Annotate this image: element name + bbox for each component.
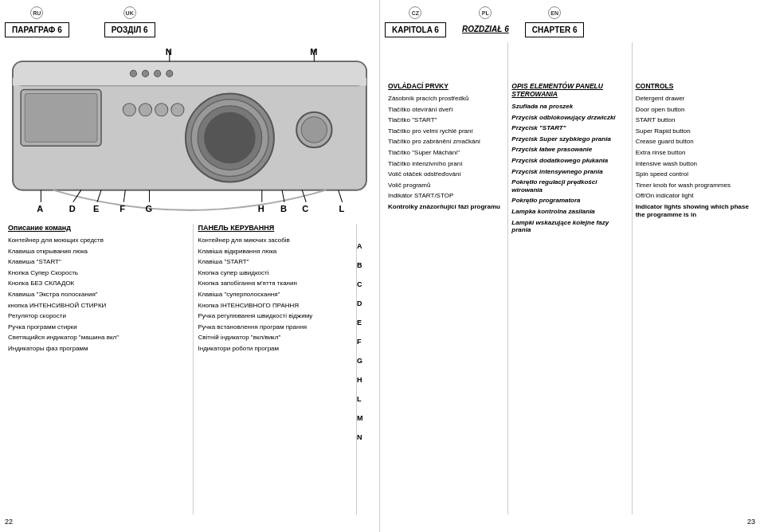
ctrl-item-ru-n: Индикаторы фаз программ [8,345,190,353]
cz-title: KAPITOLA 6 [385,22,446,37]
svg-text:E: E [93,204,99,213]
uk-item-n: Індикатори роботи програм [198,345,354,353]
cz-item-10: Kontrolky znázorňující fázi programu [388,203,504,211]
pl-item-8: Pokrętło programatora [511,197,628,205]
cz-item-0: Zásobník pracích prostředků [388,95,504,103]
uk-section: UK РОЗДІЛ 6 [104,6,155,37]
en-item-8: Timer knob for wash programmes [636,182,752,190]
ctrl-item-uk-b: Клавіша відкривання люка [198,248,354,256]
ctrl-item-uk-e: Кнопка запобігання м'яття тканин [198,280,354,288]
svg-point-12 [142,70,148,76]
uk-items-list: Контейнер для миючих засобів Клавіша від… [198,237,354,353]
uk-item-b: Клавіша відкривання люка [198,248,354,256]
cz-item-9: Indikátor START/STOP [388,192,504,200]
ru-item-d: Кнопка Супер Скорость [8,269,190,277]
svg-text:N: N [166,47,172,57]
pl-spacer [511,42,628,82]
letter-column: A B C D E F G H L M N [357,238,374,514]
svg-text:G: G [146,204,153,213]
right-page-num-area: 23 [385,514,755,526]
en-spacer [636,42,752,82]
cz-item-2: Tlačítko "START" [388,116,504,124]
ru-items-list: Контейнер для моющих средств Клавиша отк… [8,237,190,353]
pl-item-2: Przycisk "START" [511,124,628,132]
en-flag: EN [548,6,561,19]
en-item-0: Detergent drawer [636,95,752,103]
uk-title: РОЗДІЛ 6 [104,22,155,37]
svg-text:L: L [339,204,345,213]
ctrl-item-uk-l: Ручка встановлення програм прання [198,323,354,331]
ctrl-item-uk-d: Кнопка супер швидкості [198,269,354,277]
uk-item-a: Контейнер для миючих засобів [198,237,354,244]
cz-flag: CZ [409,6,421,19]
ctrl-item-uk-m: Світній індикатор "вкл/викл" [198,334,354,342]
en-section: EN CHAPTER 6 [525,6,585,37]
en-item-10: Indicator lights showing which phase the… [636,203,752,218]
pl-section: PL ROZDZIAŁ 6 [462,6,509,37]
svg-line-27 [97,190,101,202]
svg-text:D: D [69,204,76,213]
letter-H: H [357,372,374,388]
ctrl-item-uk-g: Кнопка ІНТЕНСИВНОГО ПРАННЯ [198,302,354,310]
ctrl-item-ru-b: Клавиша открывания люка [8,248,190,256]
left-page-number: 22 [5,518,13,526]
pl-item-9: Lampka kontrolna zasilania [511,208,628,216]
uk-flag: UK [123,6,136,19]
pl-item-6: Przycisk intensywnego prania [511,168,628,176]
en-item-1: Door open button [636,106,752,114]
pl-item-4: Przycisk łatwe prasowanie [511,146,628,154]
ctrl-item-ru-d: Кнопка Супер Скорость [8,269,190,277]
page: RU ПАРАГРАФ 6 UK РОЗДІЛ 6 [0,0,760,532]
ctrl-item-uk-c: Клавіша "START" [198,258,354,266]
ru-item-l: Ручка программ стирки [8,323,190,331]
pl-item-0: Szuflada na proszek [511,103,628,111]
pl-subtitle: OPIS ELEMENTÓW PANELU STEROWANIA [511,82,628,98]
ru-item-c: Клавиша "START" [8,258,190,266]
uk-item-d: Кнопка супер швидкості [198,269,354,277]
svg-point-18 [171,104,184,116]
machine-svg: N M A D E F G [5,42,374,217]
uk-item-g: Кнопка ІНТЕНСИВНОГО ПРАННЯ [198,302,354,310]
ru-controls-col: Описание команд Контейнер для моющих сре… [5,224,194,514]
cz-content-col: OVLÁDACÍ PRVKY Zásobník pracích prostřed… [385,42,508,514]
letter-A: A [357,238,374,254]
ru-item-a: Контейнер для моющих средств [8,237,190,244]
letter-C: C [357,276,374,292]
en-item-9: Off/On indicator light [636,192,752,200]
pl-item-1: Przycisk odblokowujący drzwiczki [511,114,628,122]
left-page-num-area: 22 [5,514,374,526]
svg-text:F: F [119,204,125,213]
right-page-number: 23 [747,518,755,526]
ctrl-item-uk-a: Контейнер для миючих засобів [198,237,354,244]
ctrl-item-uk-h: Ручка регулювання швидкості віджиму [198,312,354,320]
ctrl-item-ru-c: Клавиша "START" [8,258,190,266]
pl-item-7: Pokrętło regulacji prędkości wirowania [511,178,628,194]
svg-point-14 [166,70,173,76]
uk-item-c: Клавіша "START" [198,258,354,266]
cz-item-7: Volič otáček odstřeďování [388,170,504,178]
letter-N: N [357,429,374,445]
uk-controls-col: ПАНЕЛЬ КЕРУВАННЯ Контейнер для миючих за… [194,224,358,514]
svg-point-17 [155,104,168,116]
svg-rect-2 [13,77,366,85]
svg-point-8 [204,112,256,164]
svg-line-39 [339,190,343,202]
ru-item-e: Кнопка БЕЗ СКЛАДОК [8,280,190,288]
cz-item-1: Tlačítko otevírání dveří [388,106,504,114]
letter-L: L [357,391,374,407]
en-item-6: Intensive wash button [636,160,752,168]
uk-item-e: Кнопка запобігання м'яття тканин [198,280,354,288]
machine-diagram: N M A D E F G [5,42,374,217]
letter-B: B [357,257,374,273]
svg-text:M: M [310,47,317,57]
left-half: RU ПАРАГРАФ 6 UK РОЗДІЛ 6 [0,0,380,532]
right-half: CZ KAPITOLA 6 PL ROZDZIAŁ 6 EN CHAPTER 6… [380,0,760,532]
ru-flag: RU [30,6,43,19]
uk-item-m: Світній індикатор "вкл/викл" [198,334,354,342]
svg-rect-4 [25,94,97,143]
letter-D: D [357,295,374,311]
letter-E: E [357,315,374,331]
ctrl-item-ru-e: Кнопка БЕЗ СКЛАДОК [8,280,190,288]
ru-section: RU ПАРАГРАФ 6 [5,6,69,37]
en-item-3: Super Rapid button [636,127,752,135]
